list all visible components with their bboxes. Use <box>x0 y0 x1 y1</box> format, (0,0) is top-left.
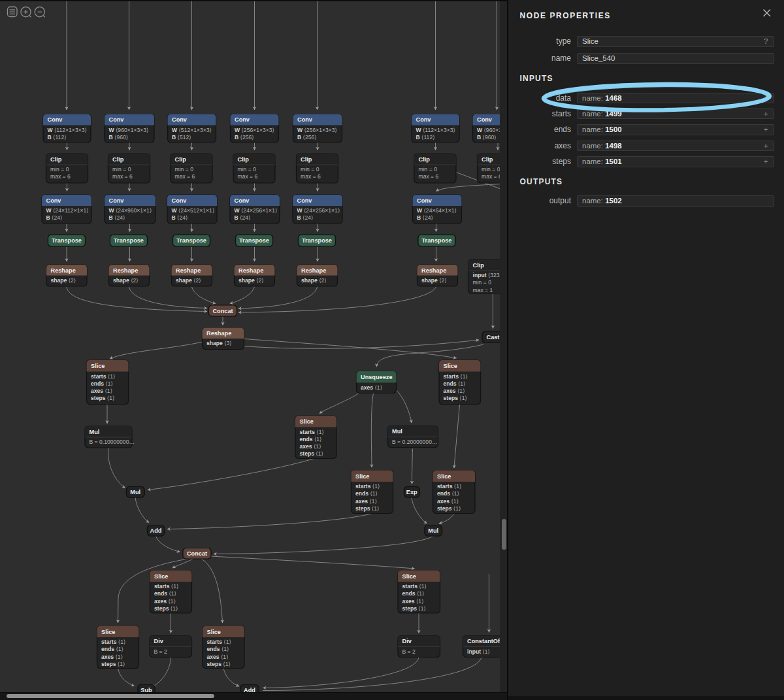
svg-text:B = 0.10000000…: B = 0.10000000… <box>90 439 135 445</box>
svg-text:Conv: Conv <box>297 197 313 204</box>
svg-text:starts ⟨1⟩: starts ⟨1⟩ <box>91 373 115 380</box>
svg-text:Cast: Cast <box>487 334 500 341</box>
svg-text:Slice: Slice <box>437 473 451 480</box>
svg-text:Slice: Slice <box>207 629 221 635</box>
svg-text:Conv: Conv <box>297 116 313 123</box>
svg-text:Reshape: Reshape <box>301 267 326 274</box>
svg-text:max = 6: max = 6 <box>419 173 439 180</box>
svg-text:axes ⟨1⟩: axes ⟨1⟩ <box>207 654 229 660</box>
svg-text:B ⟨24⟩: B ⟨24⟩ <box>417 214 433 221</box>
svg-text:min = 0: min = 0 <box>419 166 438 173</box>
svg-text:Conv: Conv <box>172 116 188 123</box>
svg-text:B = 2: B = 2 <box>154 648 168 655</box>
svg-text:Clip: Clip <box>175 156 187 163</box>
svg-text:axes ⟨1⟩: axes ⟨1⟩ <box>300 443 321 450</box>
svg-text:Add: Add <box>244 687 255 692</box>
svg-text:Reshape: Reshape <box>113 267 138 274</box>
svg-text:Reshape: Reshape <box>176 267 201 274</box>
svg-text:W ⟨112×1×3×3⟩: W ⟨112×1×3×3⟩ <box>48 127 87 133</box>
svg-text:Transpose: Transpose <box>302 237 332 244</box>
svg-text:Div: Div <box>402 638 412 644</box>
svg-text:B ⟨112⟩: B ⟨112⟩ <box>48 134 67 141</box>
svg-text:ends ⟨1⟩: ends ⟨1⟩ <box>91 380 113 387</box>
svg-text:Conv: Conv <box>109 197 125 204</box>
svg-text:Clip: Clip <box>473 262 485 269</box>
svg-text:Transpose: Transpose <box>52 237 82 244</box>
svg-text:Transpose: Transpose <box>114 237 144 244</box>
svg-text:min = 0: min = 0 <box>112 166 131 173</box>
svg-text:Transpose: Transpose <box>176 237 206 244</box>
svg-text:Mul: Mul <box>428 527 438 534</box>
svg-text:ends ⟨1⟩: ends ⟨1⟩ <box>300 436 322 442</box>
svg-text:W ⟨24×512×1×1⟩: W ⟨24×512×1×1⟩ <box>172 207 215 214</box>
svg-text:ConstantOfShape: ConstantOfShape <box>467 638 500 644</box>
svg-text:W ⟨24×256×1×1⟩: W ⟨24×256×1×1⟩ <box>297 207 340 214</box>
svg-text:axes ⟨1⟩: axes ⟨1⟩ <box>402 598 424 605</box>
svg-text:W ⟨256×1×3×3⟩: W ⟨256×1×3×3⟩ <box>297 127 337 133</box>
svg-text:Clip: Clip <box>112 156 124 163</box>
svg-text:Slice: Slice <box>402 573 416 580</box>
svg-text:Unsqueeze: Unsqueeze <box>361 374 393 380</box>
svg-text:Conv: Conv <box>235 197 250 204</box>
svg-text:W ⟨960×1×3×3⟩: W ⟨960×1×3×3⟩ <box>477 127 500 133</box>
svg-text:starts ⟨1⟩: starts ⟨1⟩ <box>437 483 461 490</box>
svg-text:B = 2: B = 2 <box>402 648 416 655</box>
svg-text:Transpose: Transpose <box>239 237 269 244</box>
svg-text:Slice: Slice <box>91 363 105 369</box>
svg-text:ends ⟨1⟩: ends ⟨1⟩ <box>444 380 466 387</box>
svg-text:Slice: Slice <box>444 363 457 369</box>
svg-text:B ⟨24⟩: B ⟨24⟩ <box>297 214 314 221</box>
svg-text:B ⟨24⟩: B ⟨24⟩ <box>235 214 251 221</box>
svg-text:shape ⟨2⟩: shape ⟨2⟩ <box>51 277 76 284</box>
svg-text:steps ⟨1⟩: steps ⟨1⟩ <box>154 605 178 612</box>
svg-text:ends ⟨1⟩: ends ⟨1⟩ <box>355 490 378 497</box>
svg-text:B ⟨24⟩: B ⟨24⟩ <box>172 214 188 221</box>
svg-text:B ⟨960⟩: B ⟨960⟩ <box>109 134 129 141</box>
svg-text:max = 6: max = 6 <box>50 173 71 180</box>
svg-text:B ⟨24⟩: B ⟨24⟩ <box>46 214 63 221</box>
svg-text:Concat: Concat <box>212 308 233 314</box>
svg-text:Conv: Conv <box>235 116 250 123</box>
svg-text:steps ⟨1⟩: steps ⟨1⟩ <box>355 505 379 512</box>
svg-text:ends ⟨1⟩: ends ⟨1⟩ <box>437 490 459 497</box>
svg-text:W ⟨24×960×1×1⟩: W ⟨24×960×1×1⟩ <box>109 207 152 214</box>
svg-text:shape ⟨2⟩: shape ⟨2⟩ <box>176 277 201 284</box>
svg-text:axes ⟨1⟩: axes ⟨1⟩ <box>91 388 112 394</box>
svg-text:input ⟨1⟩: input ⟨1⟩ <box>467 648 490 655</box>
svg-text:shape ⟨2⟩: shape ⟨2⟩ <box>238 277 264 284</box>
svg-text:max = 1: max = 1 <box>473 287 493 293</box>
svg-text:Transpose: Transpose <box>422 237 452 244</box>
svg-text:B ⟨960⟩: B ⟨960⟩ <box>477 134 497 141</box>
svg-text:min = 0: min = 0 <box>50 166 69 173</box>
svg-text:starts ⟨1⟩: starts ⟨1⟩ <box>444 373 468 380</box>
svg-text:W ⟨512×1×3×3⟩: W ⟨512×1×3×3⟩ <box>172 127 212 133</box>
svg-text:axes ⟨1⟩: axes ⟨1⟩ <box>444 388 465 394</box>
svg-text:max = 6: max = 6 <box>238 173 258 180</box>
svg-text:ends ⟨1⟩: ends ⟨1⟩ <box>402 590 425 597</box>
svg-text:shape ⟨2⟩: shape ⟨2⟩ <box>301 277 327 284</box>
svg-text:Reshape: Reshape <box>238 267 263 274</box>
svg-text:Conv: Conv <box>477 116 493 123</box>
svg-text:max = 6: max = 6 <box>301 173 321 180</box>
svg-text:Concat: Concat <box>187 550 207 557</box>
svg-text:axes ⟨1⟩: axes ⟨1⟩ <box>361 384 382 391</box>
svg-text:Clip: Clip <box>238 156 250 163</box>
svg-text:Conv: Conv <box>48 116 63 123</box>
svg-text:min = 0: min = 0 <box>301 166 319 173</box>
svg-text:B ⟨112⟩: B ⟨112⟩ <box>416 134 435 141</box>
svg-text:axes ⟨1⟩: axes ⟨1⟩ <box>437 498 459 505</box>
svg-text:Sub: Sub <box>140 687 152 692</box>
svg-text:Clip: Clip <box>482 156 493 163</box>
svg-text:min = 0: min = 0 <box>473 279 492 286</box>
svg-text:min = 0: min = 0 <box>482 166 500 173</box>
svg-text:B ⟨512⟩: B ⟨512⟩ <box>172 134 191 141</box>
svg-text:Slice: Slice <box>355 473 369 480</box>
svg-text:max = 6: max = 6 <box>112 173 133 180</box>
svg-text:starts ⟨1⟩: starts ⟨1⟩ <box>355 483 380 490</box>
svg-text:steps ⟨1⟩: steps ⟨1⟩ <box>300 450 323 457</box>
svg-text:starts ⟨1⟩: starts ⟨1⟩ <box>402 583 427 590</box>
svg-text:starts ⟨1⟩: starts ⟨1⟩ <box>207 639 231 645</box>
svg-text:shape ⟨2⟩: shape ⟨2⟩ <box>113 277 139 284</box>
svg-text:W ⟨256×1×3×3⟩: W ⟨256×1×3×3⟩ <box>235 127 274 133</box>
svg-text:B ⟨256⟩: B ⟨256⟩ <box>235 134 254 141</box>
